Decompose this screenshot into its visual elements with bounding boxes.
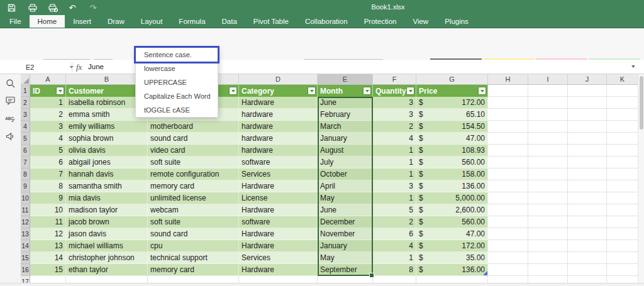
cell-F12[interactable]: 2 [373, 216, 416, 228]
cell-C16[interactable]: memory card [148, 264, 239, 276]
row-header-11[interactable]: 11 [21, 204, 30, 216]
row-header-13[interactable]: 13 [21, 228, 30, 240]
cell-A4[interactable]: 3 [30, 121, 66, 133]
vertical-scrollbar[interactable] [638, 74, 644, 283]
cell-F15[interactable]: 1 [373, 252, 416, 264]
cell-G7[interactable]: $560.00 [416, 157, 488, 168]
cell-A15[interactable]: 14 [30, 252, 66, 264]
filter-button-A[interactable] [56, 87, 64, 95]
cell-K1[interactable] [607, 85, 638, 97]
cell-J2[interactable] [568, 97, 607, 109]
cell-H12[interactable] [488, 216, 528, 228]
cell-H16[interactable] [488, 264, 528, 276]
cell-I10[interactable] [528, 192, 568, 204]
cell-J13[interactable] [568, 228, 607, 240]
cell-B11[interactable]: madison taylor [66, 204, 148, 216]
cell-G9[interactable]: $136.00 [416, 180, 488, 192]
cell-J8[interactable] [568, 168, 607, 180]
select-all-corner[interactable] [21, 74, 30, 85]
feedback-icon[interactable] [5, 131, 16, 141]
cell-K5[interactable] [607, 133, 638, 145]
case-menu-item-lowercase[interactable]: lowercase [136, 62, 218, 75]
cell-A7[interactable]: 6 [30, 157, 66, 168]
row-header-12[interactable]: 12 [21, 216, 30, 228]
cell-G14[interactable]: $172.00 [416, 240, 488, 252]
cell-H6[interactable] [488, 145, 528, 157]
cell-F13[interactable]: 6 [373, 228, 416, 240]
cell-I1[interactable] [528, 85, 568, 97]
cell-G10[interactable]: $5,000.00 [416, 192, 488, 204]
cell-I2[interactable] [528, 97, 568, 109]
filter-button-D[interactable] [308, 87, 316, 95]
column-header-E[interactable]: E [318, 74, 373, 85]
cell-F10[interactable]: 1 [373, 192, 416, 204]
cell-F7[interactable]: 1 [373, 157, 416, 168]
cell-I5[interactable] [528, 133, 568, 145]
cell-E5[interactable]: January [318, 133, 373, 145]
cell-I6[interactable] [528, 145, 568, 157]
menu-tab-pivot-table[interactable]: Pivot Table [245, 15, 297, 28]
cell-J11[interactable] [568, 204, 607, 216]
menu-tab-protection[interactable]: Protection [356, 15, 405, 28]
menu-tab-draw[interactable]: Draw [99, 15, 133, 28]
cell-D1[interactable]: Category [239, 85, 318, 97]
cell-D10[interactable]: License [239, 192, 318, 204]
cell-D16[interactable]: Hardware [239, 264, 318, 276]
filter-button-G[interactable] [478, 87, 486, 95]
cell-J15[interactable] [568, 252, 607, 264]
cell-H1[interactable] [488, 85, 528, 97]
cell-A12[interactable]: 11 [30, 216, 66, 228]
menu-tab-formula[interactable]: Formula [170, 15, 213, 28]
cell-E3[interactable]: February [318, 109, 373, 121]
cell-H9[interactable] [488, 180, 528, 192]
cell-K6[interactable] [607, 145, 638, 157]
cell-A11[interactable]: 10 [30, 204, 66, 216]
cell-E10[interactable]: May [318, 192, 373, 204]
cell-H7[interactable] [488, 157, 528, 168]
quick-print-icon[interactable] [48, 3, 58, 13]
cell-B6[interactable]: olivia davis [66, 145, 148, 157]
cell-C7[interactable]: soft suite [148, 157, 239, 168]
cell-B4[interactable]: emily williams [66, 121, 148, 133]
cell-D6[interactable]: hardware [239, 145, 318, 157]
cell-B15[interactable]: christopher johnson [66, 252, 148, 264]
cell-E17[interactable] [318, 276, 373, 283]
menu-tab-insert[interactable]: Insert [65, 15, 99, 28]
filter-button-E[interactable] [363, 87, 371, 95]
cell-A5[interactable]: 4 [30, 133, 66, 145]
cell-E11[interactable]: June [318, 204, 373, 216]
cell-F11[interactable]: 5 [373, 204, 416, 216]
column-header-D[interactable]: D [239, 74, 318, 85]
cell-D12[interactable]: software [239, 216, 318, 228]
cell-F17[interactable] [373, 276, 416, 283]
cell-G12[interactable]: $560.00 [416, 216, 488, 228]
column-header-F[interactable]: F [373, 74, 416, 85]
formula-input[interactable]: June [88, 63, 104, 70]
cell-D15[interactable]: Services [239, 252, 318, 264]
cell-F6[interactable]: 1 [373, 145, 416, 157]
cell-F14[interactable]: 4 [373, 240, 416, 252]
cell-H2[interactable] [488, 97, 528, 109]
cell-D11[interactable]: Hardware [239, 204, 318, 216]
row-header-4[interactable]: 4 [21, 121, 30, 133]
save-icon[interactable] [6, 3, 16, 13]
cell-I7[interactable] [528, 157, 568, 168]
cell-K13[interactable] [607, 228, 638, 240]
filter-button-F[interactable] [406, 87, 414, 95]
cell-B16[interactable]: ethan taylor [66, 264, 148, 276]
cell-F1[interactable]: Quantity [373, 85, 416, 97]
cell-J16[interactable] [568, 264, 607, 276]
column-header-K[interactable]: K [607, 74, 638, 85]
cell-E4[interactable]: March [318, 121, 373, 133]
cell-G1[interactable]: Price [416, 85, 488, 97]
cell-H17[interactable] [488, 276, 528, 283]
row-header-6[interactable]: 6 [21, 145, 30, 157]
cell-D3[interactable]: hardware [239, 109, 318, 121]
cell-I12[interactable] [528, 216, 568, 228]
cell-D4[interactable]: hardware [239, 121, 318, 133]
cell-H14[interactable] [488, 240, 528, 252]
cell-J4[interactable] [568, 121, 607, 133]
cell-A9[interactable]: 8 [30, 180, 66, 192]
cell-B13[interactable]: jason davis [66, 228, 148, 240]
name-box[interactable]: E2 [23, 62, 77, 72]
